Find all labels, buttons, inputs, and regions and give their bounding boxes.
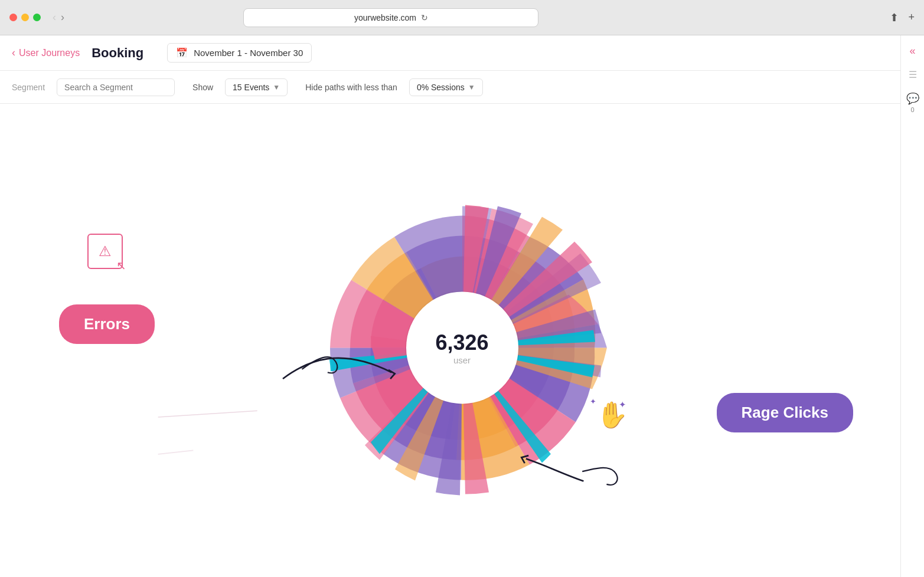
error-icon-box: ⚠ ↖ — [87, 234, 123, 269]
warning-icon: ⚠ — [99, 243, 112, 260]
chart-center-number: 6,326 — [435, 330, 488, 355]
breadcrumb-label: User Journeys — [19, 48, 80, 58]
date-range-selector[interactable]: 📅 November 1 - November 30 — [167, 43, 312, 63]
date-range-text: November 1 - November 30 — [194, 48, 303, 58]
cursor-icon: ↖ — [116, 258, 126, 273]
url-bar[interactable]: yourwebsite.com ↻ — [243, 8, 538, 27]
tl-green[interactable] — [33, 14, 41, 21]
url-text: yourwebsite.com — [354, 13, 416, 22]
svg-line-4 — [158, 411, 257, 417]
back-arrow[interactable]: ‹ — [53, 11, 56, 24]
toolbar: Segment Show 15 Events ▼ Hide paths with… — [0, 71, 924, 104]
segment-search-input[interactable] — [57, 78, 175, 96]
main-content: 6,326 user ⚠ ↖ Errors Rage Clicks ✋ ✦ ✦ — [0, 104, 924, 577]
events-dropdown[interactable]: 15 Events ▼ — [225, 78, 288, 96]
tl-yellow[interactable] — [21, 14, 29, 21]
new-tab-icon[interactable]: + — [908, 11, 915, 24]
collapse-icon[interactable]: « — [909, 45, 915, 57]
calendar-icon: 📅 — [176, 47, 188, 58]
hide-paths-label: Hide paths with less than — [305, 83, 397, 92]
rage-clicks-callout: Rage Clicks — [717, 393, 853, 432]
sessions-dropdown-label: 0% Sessions — [417, 83, 465, 92]
chart-center-label: user — [453, 355, 471, 365]
events-dropdown-label: 15 Events — [233, 83, 269, 92]
traffic-lights — [9, 14, 41, 21]
svg-line-5 — [158, 450, 194, 454]
chart-center: 6,326 user — [406, 291, 518, 404]
errors-label: Errors — [84, 315, 130, 333]
breadcrumb-back[interactable]: ‹ User Journeys — [12, 47, 80, 59]
forward-arrow[interactable]: › — [61, 11, 64, 24]
right-sidebar: « ☰ 💬 0 — [900, 35, 924, 577]
events-dropdown-arrow: ▼ — [273, 83, 280, 91]
tl-red[interactable] — [9, 14, 17, 21]
nav-arrows: ‹ › — [53, 11, 64, 24]
sunburst-chart[interactable]: 6,326 user — [279, 165, 645, 530]
rage-clicks-button[interactable]: Rage Clicks — [717, 393, 853, 432]
browser-chrome: ‹ › yourwebsite.com ↻ ⬆ + — [0, 0, 924, 35]
filter-list-icon[interactable]: ☰ — [909, 69, 917, 80]
share-icon[interactable]: ⬆ — [890, 11, 899, 24]
rage-clicks-label: Rage Clicks — [742, 404, 828, 421]
app-header: ‹ User Journeys Booking 📅 November 1 - N… — [0, 35, 924, 71]
comment-icon[interactable]: 💬 — [906, 92, 919, 105]
errors-button[interactable]: Errors — [59, 304, 155, 344]
sessions-dropdown[interactable]: 0% Sessions ▼ — [409, 78, 483, 96]
segment-label: Segment — [12, 83, 45, 92]
reload-button[interactable]: ↻ — [421, 13, 428, 22]
browser-actions: ⬆ + — [890, 11, 915, 24]
back-chevron-icon: ‹ — [12, 47, 15, 59]
show-label: Show — [192, 83, 213, 92]
errors-callout: Errors — [59, 304, 155, 344]
sessions-dropdown-arrow: ▼ — [468, 83, 475, 91]
page-title: Booking — [92, 45, 143, 61]
comment-count: 0 — [910, 106, 914, 113]
